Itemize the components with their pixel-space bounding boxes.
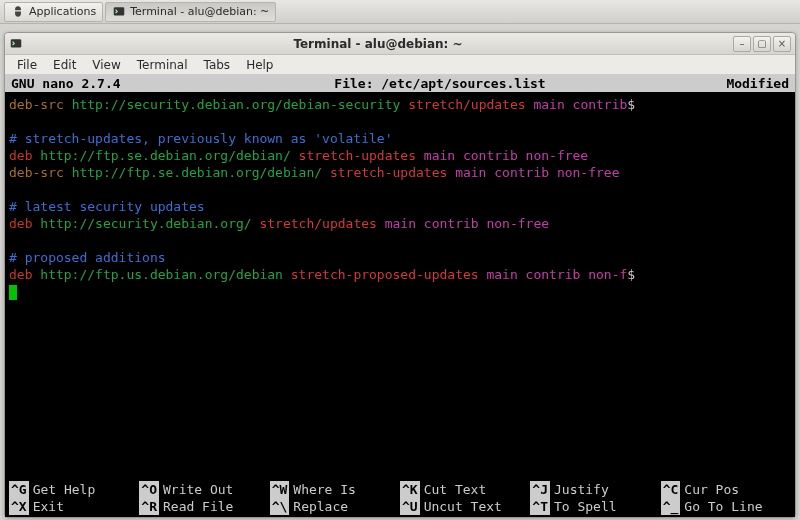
key-label: Exit bbox=[33, 498, 64, 515]
key-label: Write Out bbox=[163, 481, 233, 498]
nano-key-cur-pos: ^CCur Pos bbox=[661, 481, 791, 498]
source-line bbox=[9, 232, 791, 249]
applications-label: Applications bbox=[29, 5, 96, 18]
key-combo: ^_ bbox=[661, 498, 681, 515]
key-label: Uncut Text bbox=[424, 498, 502, 515]
key-label: Justify bbox=[554, 481, 609, 498]
menu-help[interactable]: Help bbox=[240, 57, 279, 73]
key-combo: ^C bbox=[661, 481, 681, 498]
nano-buffer[interactable]: deb-src http://security.debian.org/debia… bbox=[5, 92, 795, 481]
cursor-line bbox=[9, 283, 791, 300]
close-button[interactable]: × bbox=[773, 36, 791, 52]
taskbar-entry-label: Terminal - alu@debian: ~ bbox=[130, 5, 269, 18]
source-line bbox=[9, 181, 791, 198]
window-controls: – ▢ × bbox=[733, 36, 791, 52]
text-cursor bbox=[9, 285, 17, 300]
key-combo: ^O bbox=[139, 481, 159, 498]
nano-title-filename: File: /etc/apt/sources.list bbox=[211, 75, 669, 92]
key-label: Cut Text bbox=[424, 481, 487, 498]
key-label: To Spell bbox=[554, 498, 617, 515]
maximize-button[interactable]: ▢ bbox=[753, 36, 771, 52]
window-title: Terminal - alu@debian: ~ bbox=[29, 37, 727, 51]
menu-file[interactable]: File bbox=[11, 57, 43, 73]
key-combo: ^W bbox=[270, 481, 290, 498]
nano-key-where-is: ^WWhere Is bbox=[270, 481, 400, 498]
key-combo: ^X bbox=[9, 498, 29, 515]
key-label: Get Help bbox=[33, 481, 96, 498]
applications-menu-button[interactable]: Applications bbox=[4, 2, 103, 22]
source-line bbox=[9, 113, 791, 130]
terminal-body[interactable]: GNU nano 2.7.4 File: /etc/apt/sources.li… bbox=[5, 75, 795, 517]
source-line: # stretch-updates, previously known as '… bbox=[9, 130, 791, 147]
menu-tabs[interactable]: Tabs bbox=[198, 57, 237, 73]
taskbar-entry-terminal[interactable]: Terminal - alu@debian: ~ bbox=[105, 2, 276, 22]
nano-key-exit: ^XExit bbox=[9, 498, 139, 515]
window-menubar: FileEditViewTerminalTabsHelp bbox=[5, 55, 795, 75]
key-label: Cur Pos bbox=[684, 481, 739, 498]
nano-key-replace: ^\Replace bbox=[270, 498, 400, 515]
key-label: Go To Line bbox=[684, 498, 762, 515]
key-combo: ^T bbox=[530, 498, 550, 515]
terminal-icon bbox=[112, 5, 126, 19]
terminal-icon bbox=[9, 37, 23, 51]
nano-keybar: ^GGet Help^OWrite Out^WWhere Is^KCut Tex… bbox=[5, 481, 795, 517]
svg-rect-1 bbox=[11, 39, 22, 47]
source-line: deb http://ftp.se.debian.org/debian/ str… bbox=[9, 147, 791, 164]
source-line: deb-src http://security.debian.org/debia… bbox=[9, 96, 791, 113]
source-line: deb-src http://ftp.se.debian.org/debian/… bbox=[9, 164, 791, 181]
key-combo: ^\ bbox=[270, 498, 290, 515]
menu-view[interactable]: View bbox=[86, 57, 126, 73]
nano-title-status: Modified bbox=[669, 75, 789, 92]
source-line: deb http://ftp.us.debian.org/debian stre… bbox=[9, 266, 791, 283]
terminal-window: Terminal - alu@debian: ~ – ▢ × FileEditV… bbox=[4, 32, 796, 518]
minimize-button[interactable]: – bbox=[733, 36, 751, 52]
menu-terminal[interactable]: Terminal bbox=[131, 57, 194, 73]
system-taskbar: Applications Terminal - alu@debian: ~ bbox=[0, 0, 800, 24]
key-combo: ^G bbox=[9, 481, 29, 498]
nano-header: GNU nano 2.7.4 File: /etc/apt/sources.li… bbox=[5, 75, 795, 92]
svg-rect-0 bbox=[114, 7, 125, 15]
menu-edit[interactable]: Edit bbox=[47, 57, 82, 73]
mouse-icon bbox=[11, 5, 25, 19]
key-combo: ^K bbox=[400, 481, 420, 498]
nano-key-justify: ^JJustify bbox=[530, 481, 660, 498]
key-combo: ^R bbox=[139, 498, 159, 515]
key-label: Replace bbox=[293, 498, 348, 515]
key-combo: ^J bbox=[530, 481, 550, 498]
nano-key-uncut-text: ^UUncut Text bbox=[400, 498, 530, 515]
nano-key-write-out: ^OWrite Out bbox=[139, 481, 269, 498]
key-combo: ^U bbox=[400, 498, 420, 515]
source-line: # latest security updates bbox=[9, 198, 791, 215]
nano-title-version: GNU nano 2.7.4 bbox=[11, 75, 211, 92]
window-titlebar[interactable]: Terminal - alu@debian: ~ – ▢ × bbox=[5, 33, 795, 55]
key-label: Read File bbox=[163, 498, 233, 515]
key-label: Where Is bbox=[293, 481, 356, 498]
nano-key-read-file: ^RRead File bbox=[139, 498, 269, 515]
source-line: deb http://security.debian.org/ stretch/… bbox=[9, 215, 791, 232]
nano-key-get-help: ^GGet Help bbox=[9, 481, 139, 498]
nano-key-cut-text: ^KCut Text bbox=[400, 481, 530, 498]
source-line: # proposed additions bbox=[9, 249, 791, 266]
nano-key-go-to-line: ^_Go To Line bbox=[661, 498, 791, 515]
nano-key-to-spell: ^TTo Spell bbox=[530, 498, 660, 515]
